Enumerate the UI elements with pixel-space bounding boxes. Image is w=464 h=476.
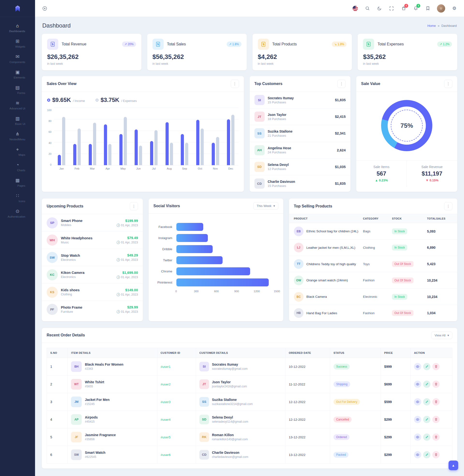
sidebar-item[interactable]: ⋔ NestedMenu (0, 129, 35, 144)
fullscreen-icon[interactable] (389, 6, 394, 11)
edit-order-button[interactable] (423, 363, 430, 370)
order-price: $599 (384, 400, 392, 404)
sidebar-item[interactable]: ⊙ Authentication (0, 206, 35, 221)
dark-mode-moon-icon[interactable] (377, 6, 382, 11)
view-order-button[interactable] (414, 451, 421, 458)
scroll-to-top-button[interactable]: ▲ (449, 461, 458, 470)
customer-purchases: 18 Purchases (268, 117, 332, 121)
user-avatar[interactable]: U (437, 4, 445, 13)
customer-id-link[interactable]: #user4 (161, 418, 171, 421)
upcoming-product-item[interactable]: SW Stop Watch Electronics $49.29 🕓 01 Ap… (42, 249, 143, 266)
product-name: Stop Watch (61, 253, 113, 257)
sidebar-item[interactable]: ⌖ Maps (0, 144, 35, 159)
view-order-button[interactable] (414, 398, 421, 405)
view-order-button[interactable] (414, 363, 421, 370)
brand-logo[interactable] (0, 0, 35, 17)
top-selling-row[interactable]: LJ Leather jacket for men (S,M,L,XL) Clo… (289, 240, 457, 256)
customer-id-link[interactable]: #user3 (161, 400, 171, 404)
sidebar-item-icon: ∷ (16, 193, 19, 198)
upcoming-product-item[interactable]: KS Kids shoes Clothing $149.00 🕓 01 Apr,… (42, 283, 143, 301)
stock-badge: Out Of Stock (392, 278, 414, 283)
product-name: Childrens Teddy toy of high quality (306, 262, 356, 266)
delete-order-button[interactable] (432, 433, 440, 441)
sidebar-item[interactable]: ▣ Elements (0, 67, 35, 82)
delete-order-button[interactable] (432, 363, 440, 370)
view-order-button[interactable] (414, 433, 421, 441)
sidebar-item[interactable]: ⌂ Dashboards (0, 20, 35, 36)
breadcrumb-home-link[interactable]: Home (427, 24, 436, 28)
view-order-button[interactable] (414, 381, 421, 388)
customer-id-link[interactable]: #user1 (161, 365, 171, 369)
sidebar-item[interactable]: ∷ Icons (0, 190, 35, 206)
delete-order-button[interactable] (432, 451, 440, 458)
search-icon[interactable] (364, 6, 370, 11)
upcoming-products-menu-button[interactable]: ⋮ (130, 202, 138, 210)
sidebar-item[interactable]: ◔ Charts (0, 159, 35, 175)
customer-list-item[interactable]: SD Selena Deoyl 12 Purchases $1,035 (250, 159, 351, 175)
order-table-row: 2 WT White Tshirt #5655 #user2 JT Json T… (47, 375, 452, 393)
sidebar-item[interactable]: ≋ Advanced Ui (0, 98, 35, 113)
sidebar-item[interactable]: ✉ Components (0, 51, 35, 67)
view-order-button[interactable] (414, 416, 421, 423)
customer-avatar: JT (199, 379, 209, 389)
upcoming-product-item[interactable]: SP Smart Phone Mobiles $199.99 🕓 01 Apr,… (42, 214, 143, 232)
top-selling-row[interactable]: BC Black Camera Electronic In Stock 10,2… (289, 289, 457, 305)
delete-order-button[interactable] (432, 381, 440, 388)
cart-count-badge: 4 (404, 4, 408, 8)
sidebar-item[interactable]: ▦ Pages (0, 175, 35, 190)
customer-amount: 2,624 (337, 148, 346, 152)
top-selling-row[interactable]: TT Childrens Teddy toy of high quality T… (289, 256, 457, 272)
settings-gear-icon[interactable]: ⚙ (451, 6, 457, 11)
customer-name: Angelina Hose (268, 146, 334, 150)
view-all-button[interactable]: View All ▾ (431, 332, 452, 339)
edit-order-button[interactable] (423, 381, 430, 388)
top-selling-row[interactable]: EB Ethnic School bag for children (24L) … (289, 223, 457, 240)
product-category: Music (61, 241, 113, 244)
top-selling-row[interactable]: OW Orange smart watch (24mm) Fashion Out… (289, 272, 457, 289)
social-range-dropdown[interactable]: This Week ▾ (253, 202, 278, 210)
customer-id-link[interactable]: #user2 (161, 383, 171, 386)
product-date: 🕓 01 Apr, 2023 (116, 275, 138, 279)
product-image: PF (47, 304, 58, 315)
stat-icon (153, 39, 164, 50)
customer-email: romankillon143@gmail.com (212, 438, 248, 441)
edit-order-button[interactable] (423, 398, 430, 405)
sidebar-item[interactable]: ▥ Basic Ui (0, 113, 35, 129)
notifications-bell-icon[interactable]: 4 (413, 6, 419, 11)
upcoming-product-item[interactable]: PF Photo Frame Furniture $29.99 🕓 01 Apr… (42, 301, 143, 318)
upcoming-product-item[interactable]: WH White Headphones Music $79.49 🕓 01 Ap… (42, 232, 143, 249)
top-customers-menu-button[interactable]: ⋮ (337, 80, 346, 88)
customer-id-link[interactable]: #user6 (161, 453, 171, 457)
customer-list-item[interactable]: SS Suzika Stallone 21 Purchases $2,341 (250, 125, 351, 142)
sidebar-item-label: Authentication (6, 215, 29, 218)
recent-orders-card: Recent Order Details View All ▾ S.NOITEM… (42, 328, 457, 468)
sidebar-item[interactable]: ▤ Forms (0, 82, 35, 98)
sidebar-toggle-icon[interactable] (42, 6, 48, 11)
sales-y-axis: 100806040200 (45, 108, 54, 165)
item-name: White Tshirt (85, 380, 104, 384)
top-selling-menu-button[interactable]: ⋮ (444, 202, 452, 210)
cart-icon[interactable]: 4 (401, 6, 406, 11)
sales-overview-menu-button[interactable]: ⋮ (231, 80, 239, 88)
customer-id-link[interactable]: #user5 (161, 435, 171, 439)
customer-list-item[interactable]: CD Charlie Davieson 15 Purchases $1,835 (250, 175, 351, 192)
trend-arrow-icon: ↗ (440, 43, 442, 46)
status-badge: Cancelled (333, 417, 352, 422)
sidebar-item[interactable]: ⊞ Widgets (0, 36, 35, 51)
language-flag-icon[interactable] (352, 6, 358, 11)
delete-order-button[interactable] (432, 416, 440, 423)
sales-bars (54, 108, 239, 165)
stock-badge: In Stock (392, 228, 407, 234)
top-selling-row[interactable]: HB Hand Bag For Ladies Fashion Out Of St… (289, 305, 457, 321)
edit-order-button[interactable] (423, 416, 430, 423)
customer-list-item[interactable]: SI Socrates Itumay 15 Purchases $1,835 (250, 92, 351, 108)
sale-value-menu-button[interactable]: ⋮ (444, 80, 452, 88)
bookmark-icon[interactable] (425, 6, 431, 11)
customer-list-item[interactable]: JT Json Taylor 18 Purchases $2,415 (250, 108, 351, 125)
sidebar-nav: ⌂ Dashboards ⊞ Widgets ✉ Components ▣ El… (0, 17, 35, 224)
edit-order-button[interactable] (423, 433, 430, 441)
customer-list-item[interactable]: AH Angelina Hose 24 Purchases 2,624 (250, 142, 351, 159)
delete-order-button[interactable] (432, 398, 440, 405)
edit-order-button[interactable] (423, 451, 430, 458)
upcoming-product-item[interactable]: KC Kikon Camera Electronics $1,699.00 🕓 … (42, 266, 143, 283)
